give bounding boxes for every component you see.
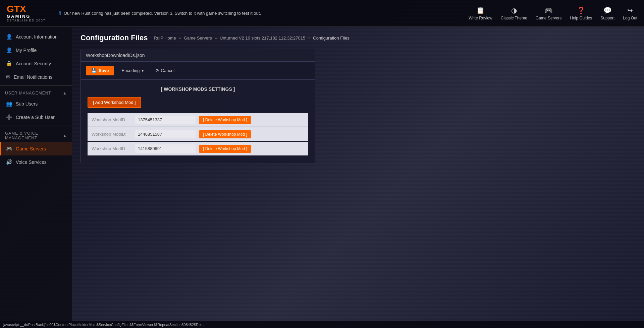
config-content: [ WORKSHOP MODS SETTINGS ] [ Add Worksho…	[81, 80, 315, 163]
logo: GTX GAMING ESTABLISHED 2007	[7, 4, 46, 22]
delete-workshop-mod-button-1[interactable]: [ Delete Workshop Mod ]	[199, 116, 251, 124]
sidebar-game-voice-section[interactable]: Game & Voice Management ▲	[0, 128, 72, 142]
workshop-mod-input-2[interactable]	[135, 130, 196, 138]
logo-gaming: GAMING	[7, 14, 46, 19]
nav-help-guides-label: Help Guides	[570, 16, 592, 20]
nav-log-out[interactable]: ↪ Log Out	[623, 6, 637, 20]
sidebar-item-sub-users[interactable]: 👥 Sub Users	[0, 97, 72, 111]
chevron-up-icon-2: ▲	[63, 133, 67, 138]
workshop-mod-row-3: Workshop ModID: [ Delete Workshop Mod ]	[88, 142, 308, 155]
nav-support-label: Support	[600, 16, 614, 20]
save-label: Save	[99, 68, 109, 73]
workshop-mod-label-1: Workshop ModID:	[92, 117, 132, 122]
sidebar-user-management-label: User Management	[5, 91, 51, 95]
sidebar-user-management-section[interactable]: User Management ▲	[0, 87, 72, 97]
add-workshop-mod-button[interactable]: [ Add Workshod Mod ]	[88, 97, 141, 108]
status-bar: javascript:__doPostBack('ctl00$ContentPl…	[0, 321, 644, 328]
delete-workshop-mod-button-3[interactable]: [ Delete Workshop Mod ]	[199, 145, 251, 153]
account-info-icon: 👤	[6, 34, 12, 40]
config-panel: WorkshopDownloadIDs.json 💾 Save Encoding…	[80, 49, 315, 163]
layout: 👤 Account Information 👤 My Profile 🔒 Acc…	[0, 27, 644, 328]
header-nav: 📋 Write Review ◑ Classic Theme 🎮 Game Se…	[469, 6, 637, 20]
sidebar-game-voice-label: Game & Voice Management	[5, 131, 63, 140]
nav-log-out-label: Log Out	[623, 16, 637, 20]
sidebar-my-profile-label: My Profile	[16, 48, 37, 53]
workshop-mods-header: [ WORKSHOP MODS SETTINGS ]	[88, 86, 308, 92]
breadcrumb-sep-2: »	[215, 36, 217, 41]
game-servers-sidebar-icon: 🎮	[6, 146, 12, 152]
sidebar-email-label: Email Notifications	[14, 74, 52, 80]
encoding-label: Encoding	[121, 68, 140, 73]
voice-icon: 🔊	[6, 159, 12, 165]
nav-game-servers-label: Game Servers	[536, 16, 561, 20]
page-title: Configuration Files	[80, 34, 148, 42]
config-toolbar: 💾 Save Encoding ▾ ⊘ Cancel	[81, 62, 315, 80]
sidebar-voice-services-label: Voice Services	[16, 159, 47, 165]
my-profile-icon: 👤	[6, 47, 12, 53]
info-icon: ℹ	[59, 10, 61, 16]
classic-theme-icon: ◑	[511, 6, 517, 14]
nav-support[interactable]: 💬 Support	[600, 6, 614, 20]
workshop-mod-label-2: Workshop ModID:	[92, 132, 132, 137]
workshop-mods-list: Workshop ModID: [ Delete Workshop Mod ] …	[88, 113, 308, 155]
help-icon: ❓	[577, 6, 585, 14]
chevron-up-icon: ▲	[63, 91, 67, 95]
sidebar: 👤 Account Information 👤 My Profile 🔒 Acc…	[0, 27, 72, 328]
delete-workshop-mod-button-2[interactable]: [ Delete Workshop Mod ]	[199, 130, 251, 138]
save-button[interactable]: 💾 Save	[86, 66, 114, 75]
nav-classic-theme[interactable]: ◑ Classic Theme	[501, 6, 527, 20]
nav-game-servers[interactable]: 🎮 Game Servers	[536, 6, 561, 20]
create-user-icon: ➕	[6, 114, 12, 120]
email-icon: ✉	[6, 74, 10, 80]
breadcrumb: Configuration Files RuiP Home » Game Ser…	[80, 34, 636, 42]
config-filename: WorkshopDownloadIDs.json	[81, 49, 315, 62]
nav-help-guides[interactable]: ❓ Help Guides	[570, 6, 592, 20]
encoding-button[interactable]: Encoding ▾	[117, 66, 148, 75]
breadcrumb-unturned[interactable]: Unturned V2 10 slots 217.182.112.32:2701…	[220, 36, 305, 41]
breadcrumb-sep-1: »	[179, 36, 181, 41]
shield-icon: 🔒	[6, 61, 12, 67]
status-text: javascript:__doPostBack('ctl00$ContentPl…	[3, 323, 204, 327]
logout-icon: ↪	[627, 6, 633, 14]
write-review-icon: 📋	[476, 6, 485, 14]
workshop-mod-row-2: Workshop ModID: [ Delete Workshop Mod ]	[88, 127, 308, 141]
sidebar-item-email-notifications[interactable]: ✉ Email Notifications	[0, 70, 72, 84]
cancel-circle-icon: ⊘	[155, 68, 159, 73]
sidebar-item-game-servers[interactable]: 🎮 Game Servers	[0, 142, 72, 155]
breadcrumb-ruip-home[interactable]: RuiP Home	[154, 36, 176, 41]
sidebar-item-voice-services[interactable]: 🔊 Voice Services	[0, 155, 72, 169]
nav-write-review[interactable]: 📋 Write Review	[469, 6, 492, 20]
sidebar-create-sub-label: Create a Sub User	[16, 115, 55, 120]
main-content: Configuration Files RuiP Home » Game Ser…	[72, 27, 644, 328]
encoding-arrow-icon: ▾	[142, 68, 144, 73]
save-disk-icon: 💾	[91, 68, 97, 73]
workshop-mod-row-1: Workshop ModID: [ Delete Workshop Mod ]	[88, 113, 308, 127]
logo-est: ESTABLISHED 2007	[7, 19, 46, 22]
header: GTX GAMING ESTABLISHED 2007 ℹ Our new Ru…	[0, 0, 644, 27]
support-icon: 💬	[603, 6, 612, 14]
sidebar-item-account-security[interactable]: 🔒 Account Security	[0, 57, 72, 70]
cancel-label: Cancel	[161, 68, 174, 73]
sidebar-sub-users-label: Sub Users	[16, 101, 38, 107]
notification-text: Our new Rust config has just been comple…	[64, 11, 261, 16]
logo-gtx: GTX	[7, 4, 46, 14]
sidebar-account-security-label: Account Security	[16, 61, 51, 66]
cancel-button[interactable]: ⊘ Cancel	[151, 66, 178, 75]
breadcrumb-sep-3: »	[308, 36, 310, 41]
sidebar-item-create-sub-user[interactable]: ➕ Create a Sub User	[0, 111, 72, 124]
users-icon: 👥	[6, 101, 12, 107]
game-servers-icon: 🎮	[544, 6, 553, 14]
notification-bar: ℹ Our new Rust config has just been comp…	[52, 10, 469, 16]
breadcrumb-config-files: Configuration Files	[313, 36, 349, 41]
sidebar-account-info-label: Account Information	[16, 34, 58, 40]
breadcrumb-game-servers[interactable]: Game Servers	[184, 36, 212, 41]
sidebar-item-account-information[interactable]: 👤 Account Information	[0, 30, 72, 44]
workshop-mod-input-1[interactable]	[135, 116, 196, 124]
workshop-mod-input-3[interactable]	[135, 144, 196, 153]
sidebar-item-my-profile[interactable]: 👤 My Profile	[0, 44, 72, 57]
sidebar-game-servers-label: Game Servers	[16, 146, 46, 151]
workshop-mod-label-3: Workshop ModID:	[92, 146, 132, 151]
nav-write-review-label: Write Review	[469, 16, 492, 20]
nav-classic-theme-label: Classic Theme	[501, 16, 527, 20]
